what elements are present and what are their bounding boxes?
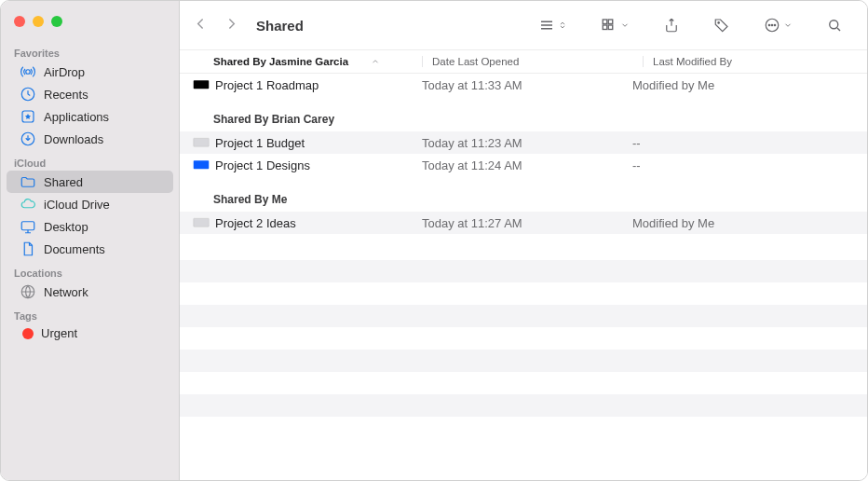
share-button[interactable] — [658, 15, 685, 35]
tag-color-icon — [22, 328, 34, 339]
clock-icon — [20, 86, 36, 103]
svg-rect-8 — [603, 25, 607, 30]
window-title: Shared — [256, 18, 304, 34]
svg-point-14 — [774, 24, 776, 26]
globe-icon — [20, 283, 36, 300]
svg-rect-18 — [194, 161, 210, 170]
file-name: Project 2 Ideas — [215, 216, 296, 230]
row-placeholder — [180, 260, 867, 282]
file-modified-by: Modified by Me — [632, 216, 867, 230]
sidebar-item-applications[interactable]: Applications — [7, 105, 173, 128]
column-date[interactable]: Date Last Opened — [432, 56, 643, 67]
more-actions-button[interactable] — [758, 15, 798, 35]
file-icon — [193, 216, 210, 229]
svg-rect-17 — [194, 139, 210, 147]
file-icon — [193, 158, 210, 172]
sidebar: Favorites AirDrop Recents Applications D… — [1, 1, 180, 480]
sidebar-item-label: Shared — [44, 175, 83, 189]
row-placeholder — [180, 350, 867, 372]
svg-point-13 — [771, 24, 773, 26]
svg-rect-4 — [21, 222, 34, 230]
toolbar: Shared — [180, 1, 867, 49]
group-by-button[interactable] — [595, 15, 635, 35]
sidebar-item-recents[interactable]: Recents — [7, 83, 173, 105]
sidebar-item-airdrop[interactable]: AirDrop — [7, 61, 173, 83]
sidebar-section-locations: Locations — [1, 260, 179, 281]
airdrop-icon — [20, 63, 36, 80]
group-header: Shared By Brian Carey — [180, 96, 867, 131]
column-separator[interactable] — [422, 56, 423, 67]
column-modified[interactable]: Last Modified By — [653, 56, 867, 67]
sidebar-item-label: Recents — [44, 88, 88, 102]
sidebar-item-label: Network — [44, 285, 88, 299]
desktop-icon — [20, 218, 36, 235]
svg-point-10 — [718, 22, 720, 24]
svg-point-15 — [830, 21, 838, 29]
sidebar-item-label: Desktop — [44, 220, 88, 234]
file-date: Today at 11:27 AM — [422, 216, 632, 230]
file-row[interactable]: Project 2 Ideas Today at 11:27 AM Modifi… — [180, 212, 867, 234]
svg-point-0 — [26, 70, 31, 75]
svg-rect-7 — [608, 20, 613, 24]
sidebar-section-favorites: Favorites — [1, 40, 179, 61]
row-placeholder — [180, 305, 867, 327]
svg-rect-16 — [194, 81, 210, 89]
main-pane: Shared — [180, 1, 867, 480]
file-row[interactable]: Project 1 Roadmap Today at 11:33 AM Modi… — [180, 74, 867, 96]
sidebar-section-tags: Tags — [1, 303, 179, 323]
download-icon — [20, 131, 36, 147]
minimize-button[interactable] — [33, 16, 44, 27]
column-headers: Shared By Jasmine Garcia Date Last Opene… — [180, 49, 867, 74]
sort-ascending-icon — [371, 57, 380, 66]
sidebar-section-icloud: iCloud — [1, 150, 179, 171]
file-date: Today at 11:33 AM — [422, 78, 632, 92]
applications-icon — [20, 108, 36, 125]
svg-point-12 — [768, 24, 770, 26]
sidebar-item-label: Documents — [44, 242, 105, 256]
sidebar-item-network[interactable]: Network — [7, 281, 173, 303]
sidebar-item-label: iCloud Drive — [44, 198, 110, 212]
back-button[interactable] — [193, 16, 209, 35]
sidebar-item-label: Urgent — [41, 326, 77, 340]
file-list: Project 1 Roadmap Today at 11:33 AM Modi… — [180, 74, 867, 480]
file-modified-by: Modified by Me — [632, 78, 867, 92]
window-controls — [1, 10, 179, 40]
search-button[interactable] — [821, 15, 848, 35]
file-icon — [193, 136, 210, 149]
sidebar-item-desktop[interactable]: Desktop — [7, 215, 173, 238]
svg-rect-19 — [194, 219, 210, 227]
maximize-button[interactable] — [51, 16, 62, 27]
finder-window: Favorites AirDrop Recents Applications D… — [0, 0, 868, 481]
svg-rect-6 — [603, 20, 607, 24]
sidebar-item-downloads[interactable]: Downloads — [7, 128, 173, 150]
column-separator[interactable] — [643, 56, 644, 67]
svg-rect-9 — [608, 25, 613, 30]
row-placeholder — [180, 394, 867, 417]
file-modified-by: -- — [632, 136, 867, 150]
group-header: Shared By Me — [180, 176, 867, 212]
tags-button[interactable] — [708, 15, 736, 35]
file-row[interactable]: Project 1 Designs Today at 11:24 AM -- — [180, 154, 867, 176]
close-button[interactable] — [14, 16, 25, 27]
column-name[interactable]: Shared By Jasmine Garcia — [180, 56, 422, 67]
sidebar-item-icloud-drive[interactable]: iCloud Drive — [7, 193, 173, 215]
sidebar-item-label: Applications — [44, 110, 109, 124]
sidebar-item-tag-urgent[interactable]: Urgent — [7, 323, 173, 343]
sidebar-item-label: Downloads — [44, 132, 103, 146]
sidebar-item-documents[interactable]: Documents — [7, 238, 173, 260]
file-row[interactable]: Project 1 Budget Today at 11:23 AM -- — [180, 131, 867, 154]
shared-folder-icon — [20, 173, 36, 190]
file-date: Today at 11:24 AM — [422, 158, 632, 172]
view-mode-button[interactable] — [533, 15, 573, 35]
sidebar-item-shared[interactable]: Shared — [7, 171, 173, 193]
file-modified-by: -- — [632, 158, 867, 172]
sidebar-item-label: AirDrop — [44, 65, 85, 79]
file-name: Project 1 Designs — [215, 158, 310, 172]
file-icon — [193, 78, 210, 91]
file-name: Project 1 Budget — [215, 136, 305, 150]
file-date: Today at 11:23 AM — [422, 136, 632, 150]
forward-button[interactable] — [224, 16, 239, 35]
file-name: Project 1 Roadmap — [215, 78, 319, 92]
document-icon — [20, 240, 36, 257]
cloud-icon — [20, 196, 36, 213]
